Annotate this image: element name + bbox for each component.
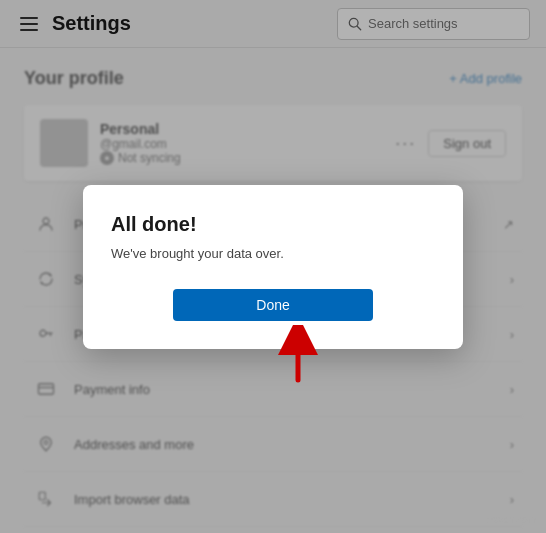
done-button[interactable]: Done (173, 289, 373, 321)
modal-overlay: All done! We've brought your data over. … (0, 0, 546, 533)
watermark: wsxdn.com (486, 514, 536, 525)
dialog-body: We've brought your data over. (111, 246, 435, 261)
dialog-title: All done! (111, 213, 435, 236)
dialog: All done! We've brought your data over. … (83, 185, 463, 349)
arrow-indicator (263, 325, 333, 389)
